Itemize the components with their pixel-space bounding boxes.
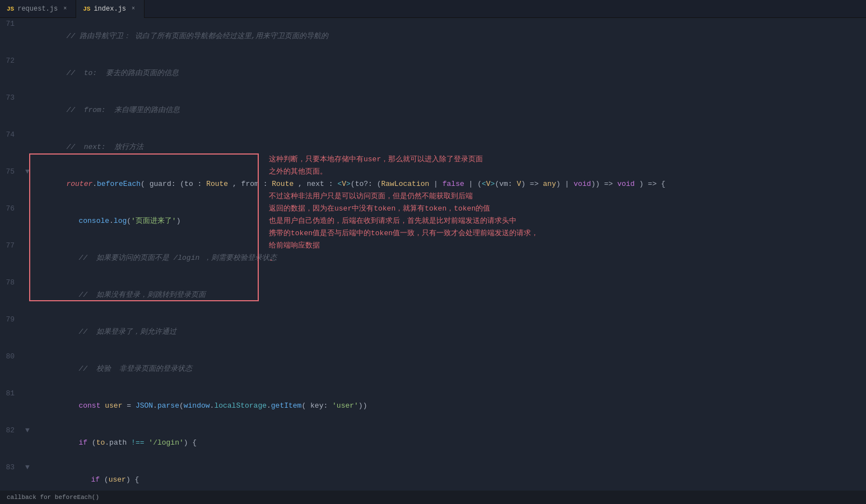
line-75: 75 ▼ router.beforeEach( guard: (to : Rou… bbox=[2, 166, 866, 203]
line-74: 74 // next: 放行方法 bbox=[2, 129, 866, 166]
js-icon-active: JS bbox=[83, 6, 90, 12]
status-bar: callback for beforeEach() bbox=[0, 491, 866, 504]
tab-bar: JS request.js × JS index.js × bbox=[0, 0, 866, 18]
tab-close-button[interactable]: × bbox=[61, 5, 69, 13]
js-icon: JS bbox=[7, 6, 14, 12]
line-73: 73 // from: 来自哪里的路由信息 bbox=[2, 92, 866, 129]
code-content: 71 // 路由导航守卫： 说白了所有页面的导航都会经过这里,用来守卫页面的导航… bbox=[0, 18, 866, 491]
editor-area: 71 // 路由导航守卫： 说白了所有页面的导航都会经过这里,用来守卫页面的导航… bbox=[0, 18, 866, 491]
tab-label-active: index.js bbox=[94, 5, 126, 13]
tab-close-active-button[interactable]: × bbox=[129, 5, 137, 13]
line-80: 80 // 校验 非登录页面的登录状态 bbox=[2, 351, 866, 388]
tab-request-js[interactable]: JS request.js × bbox=[0, 0, 76, 18]
line-78: 78 // 如果没有登录，则跳转到登录页面 bbox=[2, 277, 866, 314]
line-77: 77 // 如果要访问的页面不是 /login ，则需要校验登录状态 bbox=[2, 240, 866, 277]
line-82: 82 ▼ if (to.path !== '/login') { bbox=[2, 424, 866, 461]
status-text: callback for beforeEach() bbox=[7, 494, 99, 501]
line-83: 83 ▼ if (user) { bbox=[2, 461, 866, 491]
line-72: 72 // to: 要去的路由页面的信息 bbox=[2, 55, 866, 92]
tab-label: request.js bbox=[17, 5, 58, 13]
line-81: 81 const user = JSON.parse(window.localS… bbox=[2, 388, 866, 424]
line-71: 71 // 路由导航守卫： 说白了所有页面的导航都会经过这里,用来守卫页面的导航… bbox=[2, 18, 866, 55]
line-79: 79 // 如果登录了，则允许通过 bbox=[2, 314, 866, 351]
line-76: 76 console.log('页面进来了') bbox=[2, 203, 866, 240]
tab-index-js[interactable]: JS index.js × bbox=[76, 0, 145, 18]
